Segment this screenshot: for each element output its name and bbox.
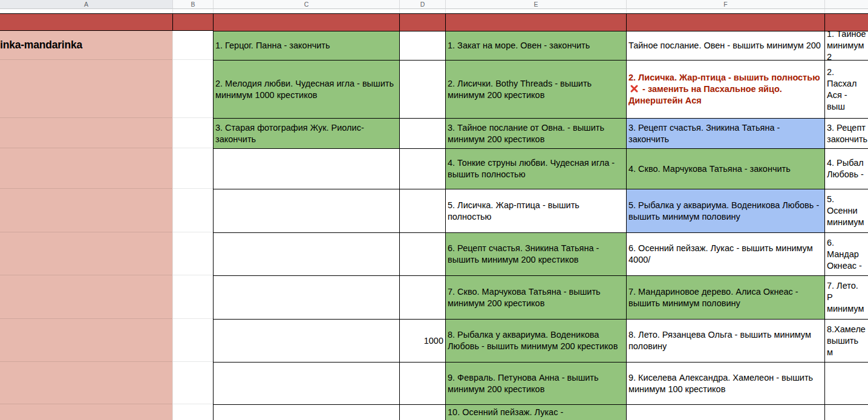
- cell-g-r9[interactable]: [824, 362, 868, 404]
- cell-g-r4[interactable]: 4. Рыбал Любовь -: [824, 148, 868, 189]
- cell-c-r4[interactable]: [213, 148, 399, 189]
- cell-b-r9[interactable]: [172, 362, 213, 404]
- cell-d-r5[interactable]: [399, 189, 445, 232]
- cell-f-r10[interactable]: [626, 404, 824, 420]
- cell-c-r6[interactable]: [213, 232, 399, 275]
- cell-g-r2[interactable]: 2. Пасхал Ася - выш: [824, 60, 868, 118]
- cell-c-r2[interactable]: 2. Мелодия любви. Чудесная игла - вышить…: [213, 60, 399, 118]
- cell-c-r5[interactable]: [213, 189, 399, 232]
- column-header-e[interactable]: E: [445, 0, 626, 9]
- column-header-g[interactable]: [824, 0, 868, 9]
- red-band-cell-d[interactable]: [399, 13, 445, 31]
- cell-g-r6[interactable]: 6. Мандар Окнеас -: [824, 232, 868, 275]
- task-text: 3. Рецепт счастья. Зникина Татьяна - зак…: [628, 122, 823, 145]
- task-text: 6. Мандар Окнеас -: [827, 237, 866, 272]
- cell-e-r3[interactable]: 3. Тайное послание от Овна. - вышить мин…: [445, 118, 626, 148]
- cell-d-r8[interactable]: 1000: [399, 319, 445, 362]
- cell-b-r5[interactable]: [172, 189, 213, 232]
- cell-b-r3[interactable]: [172, 118, 213, 148]
- cell-f-r2[interactable]: 2. Лисичка. Жар-птица - вышить полностью…: [626, 60, 824, 118]
- cell-b-r10[interactable]: [172, 404, 213, 420]
- task-text: 4. Рыбал Любовь -: [827, 157, 864, 180]
- red-band-cell-c[interactable]: [213, 13, 399, 31]
- task-text: 2. Лисичка. Жар-птица - вышить полностью: [628, 73, 820, 82]
- cell-d-r9[interactable]: [399, 362, 445, 404]
- cell-c-r8[interactable]: [213, 319, 399, 362]
- cell-c-r10[interactable]: [213, 404, 399, 420]
- column-header-b[interactable]: B: [172, 0, 213, 9]
- cell-a-r7[interactable]: [0, 275, 172, 319]
- cell-g-r10[interactable]: [824, 404, 868, 420]
- cell-c-r3[interactable]: 3. Старая фотография Жук. Риолис- законч…: [213, 118, 399, 148]
- cell-a-r6[interactable]: [0, 232, 172, 275]
- cell-f-r8[interactable]: 8. Лето. Рязанцева Ольга - вышить миниму…: [626, 319, 824, 362]
- red-band-cell-f[interactable]: [626, 13, 824, 31]
- cell-g-r5[interactable]: 5. Осенни минимум: [824, 189, 868, 232]
- cell-d-r10[interactable]: [399, 404, 445, 420]
- cell-d-r6[interactable]: [399, 232, 445, 275]
- cell-f1[interactable]: [626, 9, 824, 13]
- cell-e-r9[interactable]: 9. Февраль. Петунова Анна - вышить миним…: [445, 362, 626, 404]
- cell-a-r2[interactable]: [0, 60, 172, 118]
- cell-d-r1[interactable]: [399, 31, 445, 60]
- cell-a-r9[interactable]: [0, 362, 172, 404]
- red-band-cell-e[interactable]: [445, 13, 626, 31]
- cell-b-r7[interactable]: [172, 275, 213, 319]
- cell-b-r8[interactable]: [172, 319, 213, 362]
- red-band-cell-a[interactable]: [0, 13, 172, 31]
- cell-a-r5[interactable]: [0, 189, 172, 232]
- cell-a1[interactable]: [0, 9, 172, 13]
- cell-b-r6[interactable]: [172, 232, 213, 275]
- cell-d-r3[interactable]: [399, 118, 445, 148]
- column-header-c[interactable]: C: [213, 0, 399, 9]
- cell-e-r2[interactable]: 2. Лисички. Bothy Threads - вышить миним…: [445, 60, 626, 118]
- cell-e-r10[interactable]: 10. Осенний пейзаж. Лукас -: [445, 404, 626, 420]
- cell-f-r9[interactable]: 9. Киселева Александра. Хамелеон - вышит…: [626, 362, 824, 404]
- cell-a-r3[interactable]: [0, 118, 172, 148]
- cell-a-r8[interactable]: [0, 319, 172, 362]
- cell-a-r10[interactable]: [0, 404, 172, 420]
- cell-e1[interactable]: [445, 9, 626, 13]
- cross-mark-icon: [630, 84, 639, 93]
- cell-f-r4[interactable]: 4. Скво. Марчукова Татьяна - закончить: [626, 148, 824, 189]
- cell-e-r8[interactable]: 8. Рыбалка у аквариума. Воденикова Любов…: [445, 319, 626, 362]
- red-band-cell-b[interactable]: [172, 13, 213, 31]
- cell-d-r2[interactable]: [399, 60, 445, 118]
- cell-d-r7[interactable]: [399, 275, 445, 319]
- cell-c-r9[interactable]: [213, 362, 399, 404]
- cell-g-r7[interactable]: 7. Лето. Р минимум: [824, 275, 868, 319]
- cell-e-r7[interactable]: 7. Скво. Марчукова Татьяна - вышить мини…: [445, 275, 626, 319]
- cell-g-r8[interactable]: 8.Хамеле вышить м: [824, 319, 868, 362]
- task-text: 10. Осенний пейзаж. Лукас -: [448, 407, 563, 418]
- red-band-cell-g[interactable]: [824, 13, 868, 31]
- cell-f-r7[interactable]: 7. Мандариновое дерево. Алиса Окнеас - в…: [626, 275, 824, 319]
- cell-d1[interactable]: [399, 9, 445, 13]
- cell-e-r5[interactable]: 5. Лисичка. Жар-птица - вышить полностью: [445, 189, 626, 232]
- cell-e-r4[interactable]: 4. Тонкие струны любви. Чудесная игла - …: [445, 148, 626, 189]
- column-header-a[interactable]: A: [0, 0, 172, 9]
- cell-d-r4[interactable]: [399, 148, 445, 189]
- cell-f-r1[interactable]: Тайное послание. Овен - вышить минимум 2…: [626, 31, 824, 60]
- cell-b-r1[interactable]: [172, 31, 213, 60]
- cell-b1[interactable]: [172, 9, 213, 13]
- cell-a-title[interactable]: inka-mandarinka: [0, 31, 172, 60]
- cell-c-r7[interactable]: [213, 275, 399, 319]
- task-text: 2. Пасхал Ася - выш: [827, 67, 866, 113]
- cell-f-r6[interactable]: 6. Осенний пейзаж. Лукас - вышить миниму…: [626, 232, 824, 275]
- cell-f-r5[interactable]: 5. Рыбалка у аквариума. Воденикова Любов…: [626, 189, 824, 232]
- task-text: 1. Тайное минимум 2: [827, 31, 866, 60]
- cell-g1[interactable]: [824, 9, 868, 13]
- cell-f-r3[interactable]: 3. Рецепт счастья. Зникина Татьяна - зак…: [626, 118, 824, 148]
- cell-b-r2[interactable]: [172, 60, 213, 118]
- cell-c-r1[interactable]: 1. Герцог. Панна - закончить: [213, 31, 399, 60]
- task-text: - заменить на Пасхальное яйцо. Динерштей…: [628, 84, 782, 105]
- cell-e-r6[interactable]: 6. Рецепт счастья. Зникина Татьяна - выш…: [445, 232, 626, 275]
- column-header-d[interactable]: D: [399, 0, 445, 9]
- cell-g-r1[interactable]: 1. Тайное минимум 2: [824, 31, 868, 60]
- column-header-f[interactable]: F: [626, 0, 824, 9]
- cell-g-r3[interactable]: 3. Рецепт закончить: [824, 118, 868, 148]
- cell-b-r4[interactable]: [172, 148, 213, 189]
- cell-a-r4[interactable]: [0, 148, 172, 189]
- cell-e-r1[interactable]: 1. Закат на море. Овен - закончить: [445, 31, 626, 60]
- cell-c1[interactable]: [213, 9, 399, 13]
